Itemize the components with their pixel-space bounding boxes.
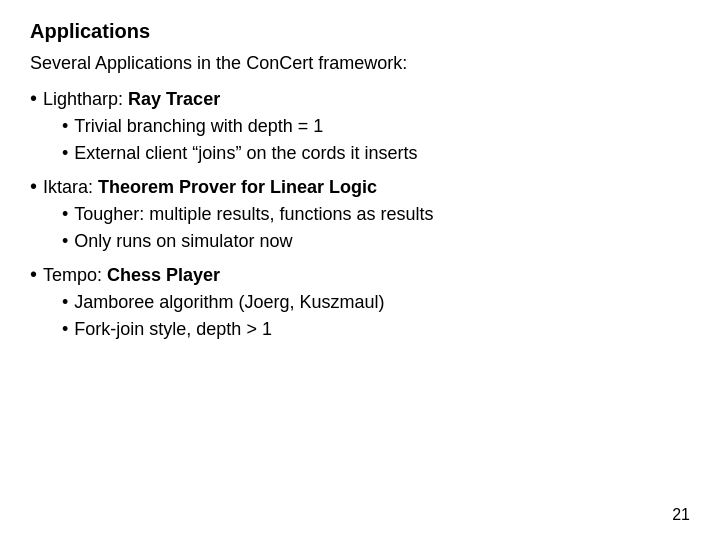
sub-list: •Jamboree algorithm (Joerg, Kuszmaul)•Fo… xyxy=(62,292,690,340)
main-item-bold: Theorem Prover for Linear Logic xyxy=(98,177,377,197)
sub-item-text: Jamboree algorithm (Joerg, Kuszmaul) xyxy=(74,292,384,313)
main-list-item: •Lightharp: Ray Tracer•Trivial branching… xyxy=(30,88,690,164)
sub-list: •Trivial branching with depth = 1•Extern… xyxy=(62,116,690,164)
sub-item-text: Trivial branching with depth = 1 xyxy=(74,116,323,137)
bullet-icon: • xyxy=(30,264,37,284)
intro-text: Several Applications in the ConCert fram… xyxy=(30,53,690,74)
sub-item-text: Tougher: multiple results, functions as … xyxy=(74,204,433,225)
sub-bullet-icon: • xyxy=(62,116,68,137)
sub-item-text: External client “joins” on the cords it … xyxy=(74,143,417,164)
sub-list-item: •Jamboree algorithm (Joerg, Kuszmaul) xyxy=(62,292,690,313)
sub-list-item: •Tougher: multiple results, functions as… xyxy=(62,204,690,225)
sub-bullet-icon: • xyxy=(62,143,68,164)
main-item-text: Tempo: Chess Player xyxy=(43,265,220,286)
sub-list-item: •Fork-join style, depth > 1 xyxy=(62,319,690,340)
main-item-text: Iktara: Theorem Prover for Linear Logic xyxy=(43,177,377,198)
main-list-item: •Tempo: Chess Player•Jamboree algorithm … xyxy=(30,264,690,340)
sub-list-item: •External client “joins” on the cords it… xyxy=(62,143,690,164)
sub-list: •Tougher: multiple results, functions as… xyxy=(62,204,690,252)
sub-bullet-icon: • xyxy=(62,292,68,313)
sub-item-text: Fork-join style, depth > 1 xyxy=(74,319,272,340)
bullet-icon: • xyxy=(30,176,37,196)
sub-bullet-icon: • xyxy=(62,204,68,225)
main-list: •Lightharp: Ray Tracer•Trivial branching… xyxy=(30,88,690,340)
sub-bullet-icon: • xyxy=(62,319,68,340)
main-list-item: •Iktara: Theorem Prover for Linear Logic… xyxy=(30,176,690,252)
sub-item-text: Only runs on simulator now xyxy=(74,231,292,252)
main-item-text: Lightharp: Ray Tracer xyxy=(43,89,220,110)
bullet-icon: • xyxy=(30,88,37,108)
sub-list-item: •Only runs on simulator now xyxy=(62,231,690,252)
main-item-bold: Chess Player xyxy=(107,265,220,285)
page-title: Applications xyxy=(30,20,690,43)
sub-list-item: •Trivial branching with depth = 1 xyxy=(62,116,690,137)
sub-bullet-icon: • xyxy=(62,231,68,252)
main-item-bold: Ray Tracer xyxy=(128,89,220,109)
page-number: 21 xyxy=(672,506,690,524)
